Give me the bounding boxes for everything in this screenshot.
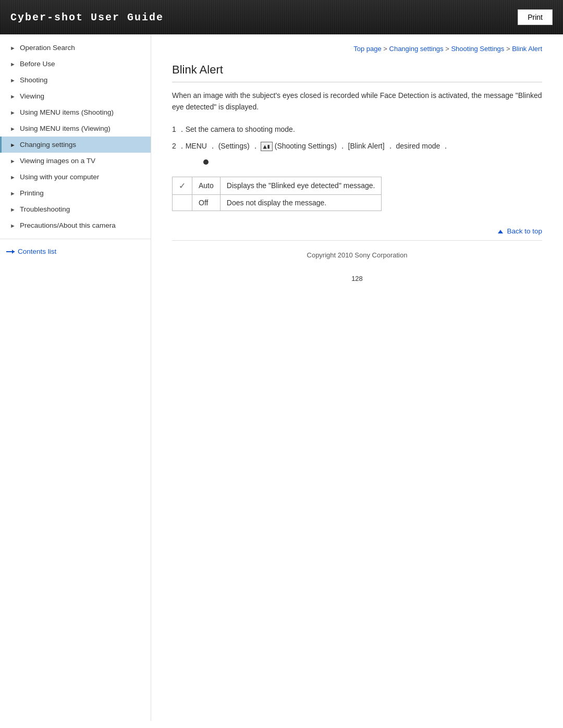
sidebar-item-shooting[interactable]: ► Shooting <box>0 72 151 88</box>
sidebar-item-label: Using MENU items (Shooting) <box>20 108 114 116</box>
breadcrumb-separator: > <box>445 45 451 53</box>
chevron-right-icon: ► <box>10 61 16 67</box>
content-area: Top page > Changing settings > Shooting … <box>151 34 563 721</box>
breadcrumb-changing-settings[interactable]: Changing settings <box>389 45 444 53</box>
step2-settings: (Settings) <box>218 142 250 150</box>
desc-off: Does not display the message. <box>220 194 382 211</box>
contents-list-label: Contents list <box>18 248 56 255</box>
breadcrumb-shooting-settings[interactable]: Shooting Settings <box>451 45 504 53</box>
breadcrumb-separator: > <box>506 45 512 53</box>
chevron-right-icon: ► <box>10 206 16 213</box>
sidebar-item-troubleshooting[interactable]: ► Troubleshooting <box>0 201 151 217</box>
print-button[interactable]: Print <box>518 9 553 25</box>
chevron-right-icon: ► <box>10 174 16 180</box>
chevron-right-icon: ► <box>10 93 16 100</box>
breadcrumb-separator: > <box>383 45 389 53</box>
desc-auto: Displays the "Blinked eye detected" mess… <box>220 177 382 194</box>
sidebar-item-label: Changing settings <box>20 141 76 149</box>
footer: Copyright 2010 Sony Corporation <box>172 240 542 269</box>
chevron-right-icon: ► <box>10 109 16 116</box>
table-row: ✓ Auto Displays the "Blinked eye detecte… <box>173 177 382 194</box>
bullet-dot <box>203 159 209 165</box>
mode-off: Off <box>192 194 221 211</box>
sidebar-item-label: Viewing images on a TV <box>20 157 95 165</box>
step2-dot2: ． <box>252 142 259 150</box>
table-row: Off Does not display the message. <box>173 194 382 211</box>
sidebar-item-operation-search[interactable]: ► Operation Search <box>0 40 151 56</box>
main-container: ► Operation Search ► Before Use ► Shooti… <box>0 34 563 721</box>
sidebar-item-label: Printing <box>20 189 44 197</box>
sidebar-item-label: Precautions/About this camera <box>20 221 116 229</box>
options-table: ✓ Auto Displays the "Blinked eye detecte… <box>172 177 382 211</box>
chevron-right-icon: ► <box>10 45 16 51</box>
chevron-right-icon: ► <box>10 223 16 229</box>
step2-dot5: ． <box>442 142 449 150</box>
sidebar-item-using-computer[interactable]: ► Using with your computer <box>0 169 151 185</box>
arrow-right-icon <box>6 251 15 252</box>
chevron-right-icon: ► <box>10 142 16 148</box>
sidebar-item-printing[interactable]: ► Printing <box>0 185 151 201</box>
step2-shooting: (Shooting Settings) <box>275 142 337 150</box>
checkmark-cell: ✓ <box>173 177 192 194</box>
steps: 1 ．Set the camera to shooting mode. 2 ．M… <box>172 124 542 166</box>
contents-list-link[interactable]: Contents list <box>6 248 144 255</box>
sidebar: ► Operation Search ► Before Use ► Shooti… <box>0 34 151 721</box>
page-number: 128 <box>172 269 542 288</box>
app-title: Cyber-shot User Guide <box>10 11 164 23</box>
sidebar-item-label: Before Use <box>20 60 55 68</box>
breadcrumb: Top page > Changing settings > Shooting … <box>172 45 542 53</box>
chevron-right-icon: ► <box>10 77 16 83</box>
step2-dot: ． <box>209 142 216 150</box>
sidebar-item-label: Viewing <box>20 92 44 100</box>
header: Cyber-shot User Guide Print <box>0 0 563 34</box>
back-to-top: Back to top <box>172 227 542 235</box>
chevron-right-icon: ► <box>10 190 16 196</box>
sidebar-item-changing-settings[interactable]: ► Changing settings <box>0 137 151 153</box>
back-to-top-link[interactable]: Back to top <box>498 227 542 235</box>
breadcrumb-blink-alert[interactable]: Blink Alert <box>512 45 542 53</box>
sidebar-item-label: Operation Search <box>20 44 75 52</box>
breadcrumb-top-page[interactable]: Top page <box>353 45 382 53</box>
chevron-right-icon: ► <box>10 158 16 164</box>
step2-suffix: desired mode <box>396 142 440 150</box>
sidebar-item-label: Troubleshooting <box>20 205 70 213</box>
sidebar-item-before-use[interactable]: ► Before Use <box>0 56 151 72</box>
triangle-up-icon <box>498 230 503 233</box>
shooting-settings-icon: ▲▮ <box>261 142 272 151</box>
step2-blink: [Blink Alert] <box>348 142 385 150</box>
sidebar-item-using-menu-viewing[interactable]: ► Using MENU items (Viewing) <box>0 120 151 137</box>
step2-dot3: ． <box>339 142 346 150</box>
page-title: Blink Alert <box>172 63 542 82</box>
content-description: When an image with the subject's eyes cl… <box>172 90 542 113</box>
sidebar-item-viewing-tv[interactable]: ► Viewing images on a TV <box>0 153 151 169</box>
sidebar-item-label: Using MENU items (Viewing) <box>20 125 111 132</box>
sidebar-item-precautions[interactable]: ► Precautions/About this camera <box>0 217 151 233</box>
chevron-right-icon: ► <box>10 126 16 132</box>
step-1: 1 ．Set the camera to shooting mode. <box>172 124 542 135</box>
step-2: 2 ．MENU ． (Settings) ． ▲▮ (Shooting Sett… <box>172 140 542 152</box>
sidebar-bottom: Contents list <box>0 239 151 264</box>
step2-dot4: ． <box>387 142 394 150</box>
sidebar-item-label: Shooting <box>20 76 47 84</box>
sidebar-item-viewing[interactable]: ► Viewing <box>0 88 151 104</box>
sidebar-item-using-menu-shooting[interactable]: ► Using MENU items (Shooting) <box>0 104 151 120</box>
sidebar-item-label: Using with your computer <box>20 173 99 181</box>
empty-check-cell <box>173 194 192 211</box>
back-to-top-label: Back to top <box>507 227 542 235</box>
copyright: Copyright 2010 Sony Corporation <box>307 251 408 259</box>
step2-prefix: 2 ．MENU <box>172 142 207 150</box>
mode-auto: Auto <box>192 177 221 194</box>
